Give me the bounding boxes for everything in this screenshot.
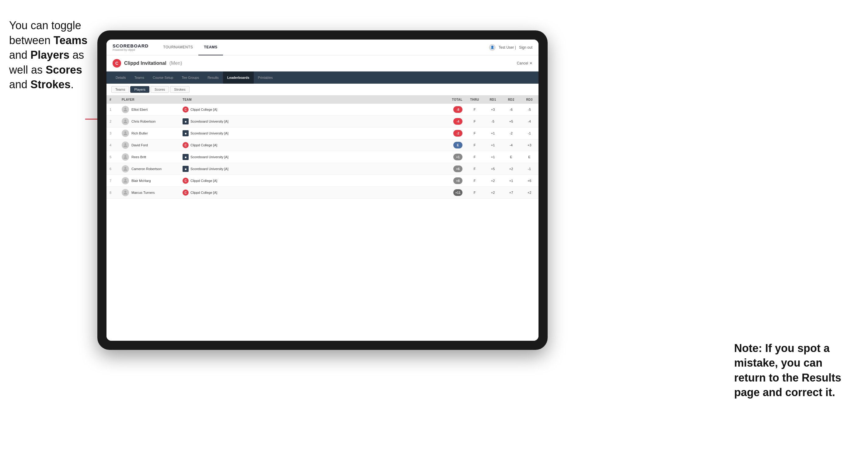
player-name: Elliot Ebert (131, 108, 148, 111)
team-logo-icon: C (183, 142, 189, 148)
tab-teams[interactable]: Teams (130, 71, 149, 84)
cell-team: ■ Scoreboard University [A] (180, 127, 441, 139)
player-avatar (122, 153, 129, 161)
score-badge: +8 (453, 177, 462, 184)
tab-tee-groups[interactable]: Tee Groups (177, 71, 203, 84)
cell-rd1: +1 (484, 139, 502, 151)
cell-total: +8 (441, 175, 465, 187)
sub-tabs: Details Teams Course Setup Tee Groups Re… (106, 71, 538, 84)
cell-player: David Ford (119, 139, 180, 151)
cell-rank: 4 (106, 139, 119, 151)
team-logo-icon: ■ (183, 154, 189, 160)
team-name: Clippd College [A] (190, 191, 217, 194)
cell-thru: F (465, 127, 484, 139)
team-logo-icon: ■ (183, 166, 189, 172)
table-row: 5 Rees Britt ■ Scoreboard University [A]… (106, 151, 538, 163)
score-badge: E (453, 142, 462, 149)
player-avatar (122, 130, 129, 137)
team-name: Scoreboard University [A] (190, 155, 228, 159)
sign-out-link[interactable]: Sign out (519, 45, 532, 50)
score-badge: -2 (453, 130, 462, 136)
cell-rd2: -4 (502, 139, 520, 151)
svg-point-0 (124, 108, 126, 110)
player-name: Chris Robertson (131, 120, 155, 123)
cell-total: -2 (441, 127, 465, 139)
cell-rd2: -6 (502, 104, 520, 116)
cell-team: C Clippd College [A] (180, 139, 441, 151)
cell-rd3: +6 (520, 175, 538, 187)
tournament-gender: (Men) (169, 61, 182, 66)
tournament-logo: C (113, 59, 121, 67)
cell-team: ■ Scoreboard University [A] (180, 151, 441, 163)
table-row: 4 David Ford C Clippd College [A] E F +1… (106, 139, 538, 151)
player-name: David Ford (131, 143, 148, 147)
svg-point-2 (124, 131, 126, 133)
cancel-button[interactable]: Cancel ✕ (517, 61, 532, 65)
table-header-row: # PLAYER TEAM TOTAL THRU RD1 RD2 RD3 (106, 96, 538, 104)
player-name: Rich Butler (131, 131, 148, 135)
cell-rd1: +2 (484, 187, 502, 199)
cell-rd1: -5 (484, 116, 502, 127)
team-name: Clippd College [A] (190, 143, 217, 147)
col-rd1: RD1 (484, 96, 502, 104)
player-name: Blair McHarg (131, 179, 151, 183)
cell-total: +6 (441, 163, 465, 175)
cell-rd3: E (520, 151, 538, 163)
toggle-teams[interactable]: Teams (111, 86, 129, 93)
cell-player: Rich Butler (119, 127, 180, 139)
nav-links: TOURNAMENTS TEAMS (158, 39, 489, 55)
player-avatar (122, 189, 129, 196)
cell-total: E (441, 139, 465, 151)
cell-rank: 8 (106, 187, 119, 199)
cell-rd2: +5 (502, 116, 520, 127)
cell-rank: 7 (106, 175, 119, 187)
right-annotation: Note: If you spot a mistake, you can ret… (734, 341, 850, 400)
cell-rank: 2 (106, 116, 119, 127)
cell-thru: F (465, 163, 484, 175)
score-badge: -4 (453, 118, 462, 125)
tournament-name: Clippd Invitational (124, 61, 166, 66)
tab-course-setup[interactable]: Course Setup (149, 71, 177, 84)
cell-team: ■ Scoreboard University [A] (180, 116, 441, 127)
cell-player: Blair McHarg (119, 175, 180, 187)
tab-leaderboards[interactable]: Leaderboards (223, 71, 254, 84)
cell-rank: 5 (106, 151, 119, 163)
tab-details[interactable]: Details (111, 71, 130, 84)
player-name: Marcus Turners (131, 191, 155, 194)
table-row: 7 Blair McHarg C Clippd College [A] +8 F… (106, 175, 538, 187)
cell-total: +11 (441, 187, 465, 199)
player-avatar (122, 106, 129, 113)
cell-rd3: +2 (520, 187, 538, 199)
logo-text: SCOREBOARD (113, 43, 149, 49)
team-name: Clippd College [A] (190, 179, 217, 183)
cell-thru: F (465, 104, 484, 116)
user-icon: 👤 (489, 44, 496, 51)
nav-teams[interactable]: TEAMS (198, 39, 223, 55)
toggle-scores[interactable]: Scores (151, 86, 169, 93)
cancel-x-icon: ✕ (529, 61, 532, 65)
toggle-players[interactable]: Players (130, 86, 149, 93)
nav-tournaments[interactable]: TOURNAMENTS (158, 39, 198, 55)
table-row: 1 Elliot Ebert C Clippd College [A] -8 F… (106, 104, 538, 116)
left-annotation: You can toggle between Teams and Players… (9, 18, 94, 92)
player-avatar (122, 142, 129, 149)
tab-results[interactable]: Results (203, 71, 223, 84)
cell-rank: 6 (106, 163, 119, 175)
cell-rd1: +5 (484, 163, 502, 175)
cell-rank: 3 (106, 127, 119, 139)
tournament-header: C Clippd Invitational (Men) Cancel ✕ (106, 55, 538, 71)
cell-rd3: +3 (520, 139, 538, 151)
cell-player: Chris Robertson (119, 116, 180, 127)
table-body: 1 Elliot Ebert C Clippd College [A] -8 F… (106, 104, 538, 199)
team-name: Clippd College [A] (190, 108, 217, 111)
players-table: # PLAYER TEAM TOTAL THRU RD1 RD2 RD3 1 (106, 96, 538, 199)
cell-player: Marcus Turners (119, 187, 180, 199)
team-name: Scoreboard University [A] (190, 120, 228, 123)
toggle-area: Teams Players Scores Strokes (106, 84, 538, 96)
col-rd3: RD3 (520, 96, 538, 104)
team-logo-icon: C (183, 190, 189, 196)
score-badge: -8 (453, 106, 462, 113)
toggle-strokes[interactable]: Strokes (170, 86, 189, 93)
tab-printables[interactable]: Printables (254, 71, 277, 84)
svg-point-6 (124, 179, 126, 181)
